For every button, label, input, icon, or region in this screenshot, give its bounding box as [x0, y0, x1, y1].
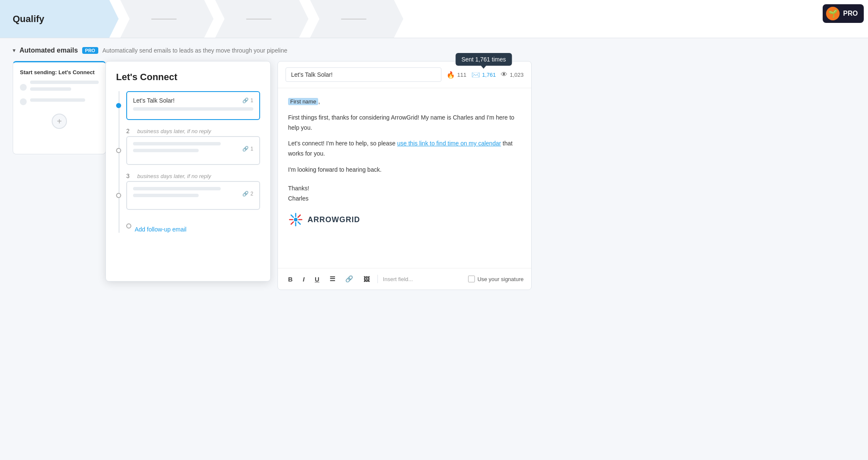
skeleton-line	[30, 87, 71, 91]
stage-qualify-label: Qualify	[13, 14, 44, 25]
skeleton-line	[133, 149, 199, 152]
section-header: ▾ Automated emails Pro Automatically sen…	[13, 47, 855, 54]
subject-row-2: 🔗 1	[133, 142, 253, 156]
stage-dash	[246, 19, 272, 20]
followup-condition-3: business days later, if no reply	[137, 173, 211, 179]
para-1: First things first, thanks for consideri…	[288, 113, 521, 133]
link-icon: 🔗	[242, 146, 249, 152]
svg-line-4	[291, 215, 293, 217]
subject-input[interactable]	[286, 67, 441, 82]
svg-point-8	[294, 218, 298, 222]
email-dot-add	[126, 223, 131, 229]
insert-field-label[interactable]: Insert field...	[383, 276, 463, 282]
email-timeline: Let's Talk Solar! 🔗 1 2 business days la…	[116, 91, 260, 233]
pro-badge[interactable]: 🌱 PRO	[823, 4, 864, 23]
link-badge-3: 🔗 2	[242, 191, 253, 197]
arrowgrid-logo-svg	[288, 212, 303, 227]
section-description: Automatically send emails to leads as th…	[103, 47, 288, 54]
para-3: I'm looking forward to hearing back.	[288, 165, 521, 175]
lets-connect-heading: Let's Connect	[116, 72, 260, 83]
timeline-vertical-line	[119, 91, 119, 233]
email-box-1[interactable]: Let's Talk Solar! 🔗 1	[126, 91, 260, 120]
image-button[interactable]: 🖼	[361, 274, 372, 284]
sign-1: Thanks!	[288, 184, 521, 194]
email-box-2[interactable]: 🔗 1	[126, 136, 260, 165]
email-subject-1: Let's Talk Solar!	[133, 97, 175, 104]
followup-num-2: 2	[126, 128, 133, 134]
pipeline-stage-3[interactable]	[215, 0, 308, 38]
link-badge-1: 🔗 1	[242, 98, 253, 103]
followup-row-3: 3 business days later, if no reply	[126, 167, 260, 181]
add-followup-label: Add follow-up email	[135, 226, 186, 233]
add-button[interactable]: +	[52, 114, 67, 129]
email-stat: ✉️ 1,761	[471, 71, 496, 79]
add-followup-button[interactable]: Add follow-up email	[135, 219, 186, 233]
bold-button[interactable]: B	[286, 274, 295, 284]
sent-tooltip: Sent 1,761 times	[455, 53, 512, 66]
email-box-3[interactable]: 🔗 2	[126, 181, 260, 210]
email-dot-2	[116, 148, 121, 153]
subject-row-1: Let's Talk Solar! 🔗 1	[133, 97, 253, 104]
skeleton-user-icon	[20, 98, 27, 105]
pipeline-bar: Qualify	[0, 0, 868, 38]
fire-count: 111	[457, 72, 466, 78]
email-stat-wrapper: Sent 1,761 times ✉️ 1,761	[471, 71, 496, 79]
link-icon: 🔗	[242, 191, 249, 197]
preview-toolbar: B I U ☰ 🔗 🖼 Insert field... Use your sig…	[278, 268, 531, 290]
pipeline-stage-qualify[interactable]: Qualify	[0, 0, 119, 38]
signature-checkbox[interactable]	[468, 276, 475, 282]
email-item-1[interactable]: Let's Talk Solar! 🔗 1	[126, 91, 260, 120]
calendar-link[interactable]: use this link to find time on my calenda…	[397, 140, 501, 147]
start-sending-card[interactable]: Start sending: Let's Connect +	[13, 61, 106, 154]
toggle-arrow[interactable]: ▾	[13, 47, 15, 53]
italic-button[interactable]: I	[300, 274, 307, 284]
email-item-2[interactable]: 🔗 1	[126, 136, 260, 165]
underline-button[interactable]: U	[312, 274, 322, 284]
followup-condition-2: business days later, if no reply	[137, 128, 211, 134]
followup-num-3: 3	[126, 173, 133, 179]
signature-check-area[interactable]: Use your signature	[468, 276, 524, 282]
skeleton-clock-icon	[20, 84, 27, 91]
link-count-3: 2	[250, 191, 253, 197]
email-dot-1	[116, 103, 121, 108]
sign-2: Charles	[288, 194, 521, 204]
svg-line-5	[298, 222, 300, 224]
email-icon: ✉️	[471, 71, 480, 79]
section-title: Automated emails	[19, 47, 78, 54]
main-content: ▾ Automated emails Pro Automatically sen…	[0, 38, 868, 298]
para-2-before: Let's connect! I'm here to help, so plea…	[288, 140, 397, 147]
skeleton-line	[133, 107, 253, 111]
skeleton-line	[30, 98, 85, 102]
link-count-1: 1	[250, 98, 253, 103]
comma: ,	[318, 98, 320, 105]
company-name: ARROWGRID	[308, 213, 360, 226]
eye-count: 1,023	[510, 72, 524, 78]
link-badge-2: 🔗 1	[242, 146, 253, 152]
pro-label: PRO	[843, 10, 858, 17]
email-dot-3	[116, 193, 121, 198]
link-button[interactable]: 🔗	[343, 273, 356, 284]
first-name-tag: First name	[288, 98, 318, 105]
pipeline-stage-2[interactable]	[120, 0, 214, 38]
stage-dash	[341, 19, 366, 20]
signature-label: Use your signature	[477, 276, 524, 282]
toolbar-separator	[377, 275, 378, 283]
preview-header: 🔥 111 Sent 1,761 times ✉️ 1,761 👁 1,023	[278, 61, 531, 88]
signature-area: ARROWGRID	[288, 212, 521, 227]
fire-icon: 🔥	[446, 71, 455, 79]
subject-row-3: 🔗 2	[133, 187, 253, 201]
eye-stat: 👁 1,023	[501, 71, 524, 78]
email-item-3[interactable]: 🔗 2	[126, 181, 260, 210]
stage-dash	[151, 19, 177, 20]
arrowgrid-company-name: ARROWGRID	[308, 213, 360, 226]
pipeline-stage-4[interactable]	[310, 0, 403, 38]
start-sending-title: Start sending: Let's Connect	[20, 69, 99, 75]
pro-icon: 🌱	[826, 7, 840, 20]
eye-icon: 👁	[501, 71, 507, 78]
link-icon: 🔗	[242, 98, 249, 103]
list-button[interactable]: ☰	[327, 273, 338, 284]
fire-stat: 🔥 111	[446, 71, 466, 79]
skeleton-line	[133, 194, 199, 197]
followup-row-2: 2 business days later, if no reply	[126, 123, 260, 136]
skeleton-line	[133, 142, 221, 145]
